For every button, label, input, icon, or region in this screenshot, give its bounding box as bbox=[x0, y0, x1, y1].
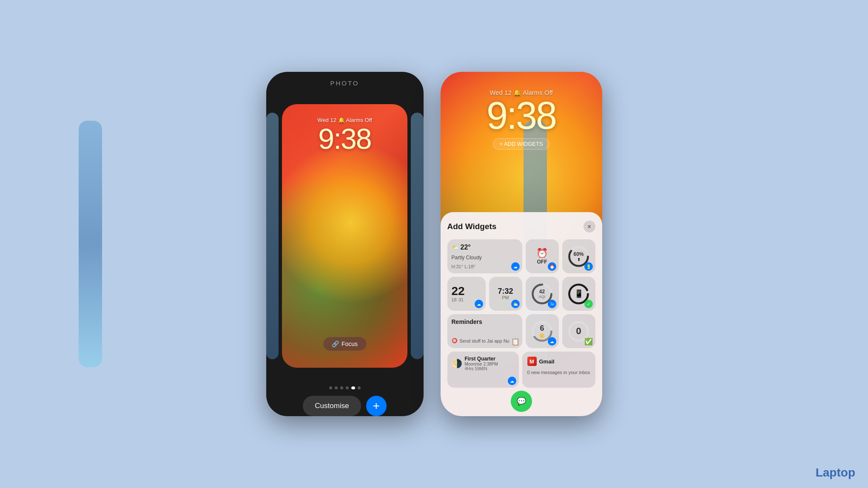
weather-condition: Partly Cloudy bbox=[452, 255, 518, 261]
left-phone-screen: Wed 12 🔔 Alarms Off 9:38 🔗 Focus bbox=[282, 104, 407, 368]
aqi-label: AQI bbox=[539, 295, 546, 299]
widget-row-3: Reminders ⭕ Send stuff to Jai app Nu 📋 6 bbox=[447, 314, 595, 348]
reminders-widget[interactable]: Reminders ⭕ Send stuff to Jai app Nu 📋 bbox=[447, 314, 522, 348]
moon-widget[interactable]: 🌗 First Quarter Moonrise 2:38PM 4Hrs 59M… bbox=[447, 352, 519, 388]
moon-badge: ☁ bbox=[508, 377, 516, 385]
aqi-value-container: 42 AQI bbox=[539, 289, 546, 299]
widget-row-2: 22 18 31 ☁ 7:32 PM ⛅ bbox=[447, 277, 595, 311]
weather-widget[interactable]: ⛅ 22° Partly Cloudy H:31° L:18° ☁ bbox=[447, 239, 522, 273]
weather-temp: 22° bbox=[461, 244, 471, 251]
phone-icon-center: 📱 bbox=[574, 289, 583, 298]
gmail-title: Gmail bbox=[539, 358, 555, 365]
focus-icon: 🔗 bbox=[332, 340, 339, 347]
battery-value-container: 60% ⬆ bbox=[573, 251, 583, 262]
dot-4 bbox=[346, 386, 349, 389]
dot-2 bbox=[335, 386, 338, 389]
sun-widget[interactable]: 6 ☀️ ☁ bbox=[526, 314, 559, 348]
gmail-subtitle: 0 new messages in your inbox bbox=[527, 369, 590, 375]
time-period: PM bbox=[502, 295, 509, 300]
moon-rise: Moonrise 2:38PM bbox=[465, 362, 498, 366]
right-time: 9:38 bbox=[441, 96, 602, 135]
gmail-icon: M bbox=[527, 357, 537, 366]
sun-value: 6 bbox=[540, 324, 544, 333]
battery-badge: 🔋 bbox=[584, 262, 593, 271]
temp-num-widget[interactable]: 22 18 31 ☁ bbox=[447, 277, 486, 311]
aqi-value: 42 bbox=[539, 289, 545, 295]
tasks-value-container: 0 bbox=[576, 326, 581, 337]
laptop-watermark: Laptop bbox=[816, 466, 855, 479]
close-button[interactable]: × bbox=[583, 221, 595, 233]
temp-high: 31 bbox=[458, 297, 464, 302]
add-widgets-btn[interactable]: + ADD WIDGETS bbox=[493, 138, 549, 150]
widget-panel-title: Add Widgets bbox=[447, 222, 497, 231]
right-lock-content: Wed 12 🔔 Alarms Off 9:38 + ADD WIDGETS bbox=[441, 72, 602, 150]
temp-low: 18 bbox=[452, 297, 457, 302]
bottom-button-icon: 💬 bbox=[517, 397, 526, 406]
tasks-badge: ✅ bbox=[584, 338, 593, 346]
tasks-value: 0 bbox=[576, 326, 581, 336]
dot-3 bbox=[340, 386, 343, 389]
time-badge: ⛅ bbox=[511, 300, 520, 308]
weather-badge: ☁ bbox=[511, 262, 520, 271]
tasks-widget[interactable]: 0 ✅ bbox=[562, 314, 595, 348]
sun-value-container: 6 ☀️ bbox=[539, 324, 545, 339]
left-phone: PHOTO Wed 12 🔔 Alarms Off 9:38 🔗 Focus bbox=[266, 72, 424, 416]
gmail-header: M Gmail bbox=[527, 357, 590, 366]
right-phone: Wed 12 🔔 Alarms Off 9:38 + ADD WIDGETS A… bbox=[441, 72, 602, 416]
gmail-widget[interactable]: M Gmail 0 new messages in your inbox bbox=[522, 352, 595, 388]
reminder-circle-icon: ⭕ bbox=[452, 338, 458, 343]
moon-header: 🌗 First Quarter Moonrise 2:38PM 4Hrs 59M… bbox=[452, 356, 515, 371]
reminders-title: Reminders bbox=[452, 318, 518, 325]
bottom-bar: Customise + bbox=[303, 396, 386, 416]
prev-phone-peek bbox=[266, 113, 279, 359]
reminders-badge: 📋 bbox=[511, 338, 520, 346]
main-container: PHOTO Wed 12 🔔 Alarms Off 9:38 🔗 Focus bbox=[0, 0, 868, 488]
dot-5-active bbox=[351, 386, 355, 389]
moon-icon: 🌗 bbox=[452, 358, 462, 369]
battery-percent: 60% bbox=[573, 251, 583, 257]
focus-pill[interactable]: 🔗 Focus bbox=[323, 337, 366, 351]
dot-1 bbox=[329, 386, 332, 389]
widget-row-4: 🌗 First Quarter Moonrise 2:38PM 4Hrs 59M… bbox=[447, 352, 595, 388]
moon-phase: First Quarter bbox=[465, 356, 498, 362]
weather-highlow: H:31° L:18° bbox=[452, 264, 518, 269]
customise-button[interactable]: Customise bbox=[303, 396, 361, 416]
weather-icon: ⛅ bbox=[452, 244, 459, 251]
phone-badge: ✓ bbox=[584, 300, 593, 308]
next-phone-peek bbox=[411, 113, 424, 359]
time-widget[interactable]: 7:32 PM ⛅ bbox=[489, 277, 522, 311]
widget-row-1: ⛅ 22° Partly Cloudy H:31° L:18° ☁ ⏰ OFF … bbox=[447, 239, 595, 273]
temp-main: 22 bbox=[452, 285, 481, 297]
alarm-badge: ⏰ bbox=[548, 262, 556, 271]
phone-small-widget[interactable]: 📱 ✓ bbox=[562, 277, 595, 311]
widget-panel: Add Widgets × ⛅ 22° Partly Cloudy H:31° … bbox=[441, 212, 602, 416]
page-dots bbox=[329, 386, 361, 389]
widget-panel-header: Add Widgets × bbox=[447, 221, 595, 233]
alarm-label: OFF bbox=[537, 259, 547, 265]
temp-badge: ☁ bbox=[475, 300, 483, 308]
aqi-badge: 🌬 bbox=[548, 300, 556, 308]
focus-label: Focus bbox=[342, 340, 358, 347]
moon-time-away: 4Hrs 59MIN bbox=[465, 366, 498, 371]
left-partial-phone bbox=[79, 121, 102, 367]
bottom-green-button[interactable]: 💬 bbox=[511, 391, 532, 412]
alarm-widget[interactable]: ⏰ OFF ⏰ bbox=[526, 239, 559, 273]
battery-arrow: ⬆ bbox=[577, 257, 581, 262]
time-value: 7:32 bbox=[498, 287, 513, 295]
alarm-icon: ⏰ bbox=[536, 248, 548, 259]
battery-widget[interactable]: 60% ⬆ 🔋 bbox=[562, 239, 595, 273]
aqi-widget[interactable]: 42 AQI 🌬 bbox=[526, 277, 559, 311]
photo-label: PHOTO bbox=[330, 79, 359, 87]
plus-button[interactable]: + bbox=[366, 396, 387, 416]
left-time: 9:38 bbox=[282, 124, 407, 153]
left-lock-content: Wed 12 🔔 Alarms Off 9:38 bbox=[282, 104, 407, 153]
dot-6 bbox=[358, 386, 361, 389]
sun-badge: ☁ bbox=[548, 337, 556, 346]
sun-icon: ☀️ bbox=[539, 333, 545, 339]
reminder-text: Send stuff to Jai app Nu bbox=[460, 338, 509, 344]
